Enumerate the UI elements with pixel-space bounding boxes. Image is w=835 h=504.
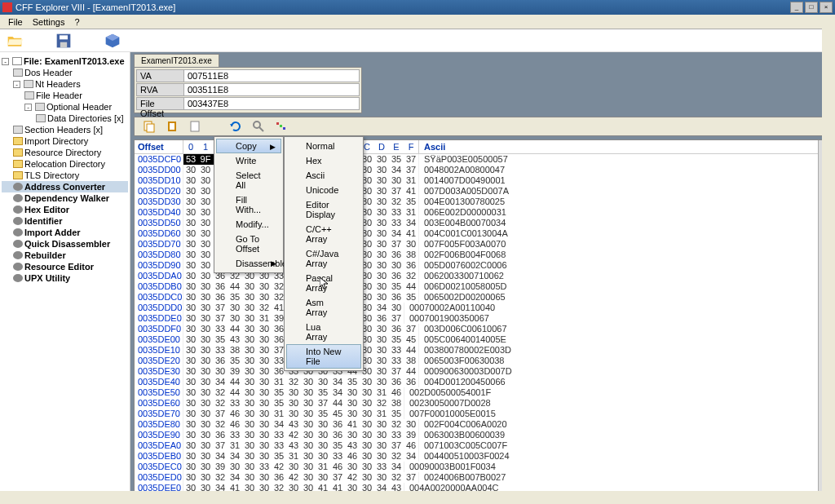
hex-byte[interactable]: 9F bbox=[198, 154, 213, 165]
ctx-fillwith[interactable]: Fill With... bbox=[216, 192, 281, 217]
hex-byte[interactable]: 37 bbox=[213, 409, 228, 419]
hex-byte[interactable]: 32 bbox=[389, 472, 404, 483]
hex-byte[interactable]: 38 bbox=[404, 356, 418, 366]
hex-byte[interactable]: 35 bbox=[272, 451, 286, 462]
hex-byte[interactable]: 30 bbox=[257, 292, 272, 303]
hex-byte[interactable]: 34 bbox=[389, 462, 404, 472]
hex-byte[interactable]: 34 bbox=[272, 419, 286, 430]
hex-byte[interactable]: 36 bbox=[330, 430, 345, 440]
hex-byte[interactable]: 30 bbox=[360, 377, 374, 387]
hex-byte[interactable]: 30 bbox=[242, 303, 257, 313]
hex-byte[interactable]: 30 bbox=[198, 292, 213, 303]
tree-tls-dir[interactable]: TLS Directory bbox=[2, 170, 128, 181]
hex-byte[interactable]: 30 bbox=[198, 313, 213, 324]
hex-byte[interactable]: 30 bbox=[360, 387, 374, 398]
hex-byte[interactable]: 30 bbox=[374, 250, 389, 260]
hex-byte[interactable]: 30 bbox=[301, 409, 316, 419]
hex-byte[interactable]: 37 bbox=[213, 303, 228, 313]
hex-byte[interactable]: 30 bbox=[198, 175, 213, 186]
hex-row[interactable]: 0035DE9030303633303033423030363030303339… bbox=[135, 430, 831, 440]
hex-byte[interactable]: 30 bbox=[242, 281, 257, 292]
hex-ascii[interactable]: 006D00210058005D bbox=[419, 281, 512, 292]
hex-byte[interactable]: 30 bbox=[242, 387, 257, 398]
hex-byte[interactable]: 44 bbox=[404, 281, 418, 292]
hex-byte[interactable]: 42 bbox=[272, 462, 286, 472]
hex-byte[interactable]: 30 bbox=[389, 260, 404, 271]
hex-byte[interactable]: 31 bbox=[374, 409, 389, 419]
tree-data-directories[interactable]: Data Directories [x] bbox=[2, 113, 128, 124]
hex-ascii[interactable]: 0062003300710062 bbox=[419, 271, 509, 281]
ctx-copy-lua-array[interactable]: Lua Array bbox=[286, 320, 361, 344]
hex-byte[interactable]: 30 bbox=[301, 398, 316, 409]
maximize-button[interactable]: □ bbox=[805, 2, 818, 13]
paste-icon[interactable] bbox=[166, 120, 179, 133]
hex-ascii[interactable]: 000900630003D007D bbox=[419, 366, 517, 377]
hex-byte[interactable]: 30 bbox=[257, 440, 272, 451]
hex-row[interactable]: 0035DDD030303730303241303031313030343000… bbox=[135, 303, 831, 313]
hex-row[interactable]: 0035DE7030303746303031303035453030313500… bbox=[135, 409, 831, 419]
hex-ascii[interactable]: 004C001C0013004A bbox=[419, 228, 513, 239]
hex-row[interactable]: 0035DEC030303930303342303031463030333400… bbox=[135, 462, 831, 472]
hex-byte[interactable]: 46 bbox=[389, 387, 404, 398]
hex-ascii[interactable]: 0065003F00630038 bbox=[419, 356, 509, 366]
hex-byte[interactable]: 41 bbox=[345, 419, 360, 430]
hex-byte[interactable]: 35 bbox=[345, 377, 360, 387]
hex-ascii[interactable]: 003E004B00070034 bbox=[419, 218, 510, 228]
hex-byte[interactable]: 30 bbox=[198, 207, 213, 218]
menu-settings[interactable]: Settings bbox=[28, 17, 70, 27]
save-icon[interactable] bbox=[55, 33, 72, 49]
hex-byte[interactable]: 35 bbox=[228, 356, 242, 366]
hex-byte[interactable]: 30 bbox=[228, 462, 242, 472]
hex-ascii[interactable]: 002F006B004F0068 bbox=[419, 250, 510, 260]
hex-byte[interactable]: 30 bbox=[198, 260, 213, 271]
hex-byte[interactable]: 30 bbox=[345, 430, 360, 440]
hex-row[interactable]: 0035DDE030303730303139303033353030363700… bbox=[135, 313, 831, 324]
hex-byte[interactable]: 30 bbox=[374, 472, 389, 483]
hex-byte[interactable]: 30 bbox=[374, 345, 389, 356]
hex-byte[interactable]: 44 bbox=[228, 324, 242, 334]
hex-byte[interactable]: 35 bbox=[389, 409, 404, 419]
hex-byte[interactable]: 34 bbox=[228, 472, 242, 483]
hex-byte[interactable]: 30 bbox=[198, 430, 213, 440]
hex-byte[interactable]: 30 bbox=[374, 440, 389, 451]
hex-byte[interactable]: 38 bbox=[389, 398, 404, 409]
hex-byte[interactable]: 44 bbox=[228, 281, 242, 292]
hex-byte[interactable]: 30 bbox=[242, 313, 257, 324]
hex-byte[interactable]: 30 bbox=[360, 462, 374, 472]
hex-byte[interactable]: 30 bbox=[183, 250, 198, 260]
hex-byte[interactable]: 30 bbox=[183, 472, 198, 483]
hex-byte[interactable]: 30 bbox=[242, 398, 257, 409]
hex-byte[interactable]: 37 bbox=[404, 324, 418, 334]
hex-byte[interactable]: 30 bbox=[183, 462, 198, 472]
hex-ascii[interactable]: SŸäP003E00500057 bbox=[419, 154, 513, 165]
hex-byte[interactable]: 32 bbox=[404, 271, 418, 281]
hex-byte[interactable]: 30 bbox=[183, 271, 198, 281]
hex-byte[interactable]: 32 bbox=[286, 377, 301, 387]
hex-byte[interactable]: 30 bbox=[301, 377, 316, 387]
hex-byte[interactable]: 36 bbox=[330, 419, 345, 430]
hex-byte[interactable]: 30 bbox=[374, 218, 389, 228]
hex-byte[interactable]: 34 bbox=[374, 303, 389, 313]
hex-byte[interactable]: 30 bbox=[257, 398, 272, 409]
hex-byte[interactable]: 32 bbox=[389, 451, 404, 462]
hex-byte[interactable]: 30 bbox=[183, 387, 198, 398]
hex-byte[interactable]: 30 bbox=[257, 281, 272, 292]
hex-byte[interactable]: 33 bbox=[213, 345, 228, 356]
copy-icon[interactable] bbox=[143, 120, 156, 133]
hex-byte[interactable]: 30 bbox=[242, 366, 257, 377]
hex-row[interactable]: 0035DE1030303338303037383030324530303344… bbox=[135, 345, 831, 356]
hex-byte[interactable]: 33 bbox=[389, 345, 404, 356]
hex-byte[interactable]: 30 bbox=[198, 419, 213, 430]
hex-row[interactable]: 0035DE0030303543303036343030313430303545… bbox=[135, 334, 831, 345]
tree-dos-header[interactable]: Dos Header bbox=[2, 67, 128, 78]
hex-byte[interactable]: 30 bbox=[360, 440, 374, 451]
tree-import-dir[interactable]: Import Directory bbox=[2, 135, 128, 147]
tree-optional-header[interactable]: -Optional Header bbox=[2, 101, 128, 113]
hex-byte[interactable]: 31 bbox=[272, 377, 286, 387]
hex-ascii[interactable]: 004400510003F0024 bbox=[419, 451, 515, 462]
hex-byte[interactable]: 30 bbox=[198, 228, 213, 239]
hex-byte[interactable]: 34 bbox=[389, 165, 404, 175]
window-scrollbar-v[interactable] bbox=[822, 15, 835, 504]
hex-byte[interactable]: 34 bbox=[404, 218, 418, 228]
tree-file-header[interactable]: File Header bbox=[2, 90, 128, 101]
